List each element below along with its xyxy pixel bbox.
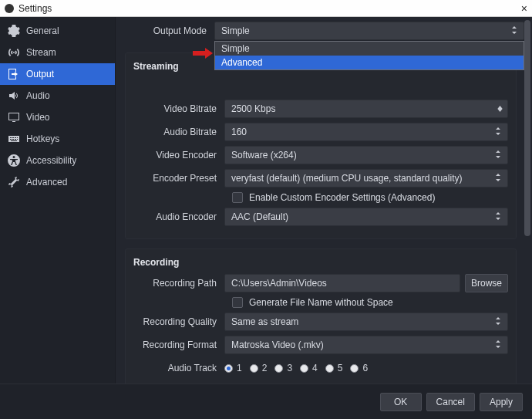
gen-filename-nospace-checkbox[interactable] — [232, 297, 243, 308]
audio-track-3-radio[interactable] — [274, 364, 283, 373]
scrollbar[interactable] — [524, 20, 530, 380]
audio-track-4-label: 4 — [312, 363, 318, 373]
chevron-updown-icon — [495, 150, 501, 161]
window-close-button[interactable]: × — [521, 3, 527, 14]
apply-button[interactable]: Apply — [480, 393, 523, 411]
audio-track-5-label: 5 — [338, 363, 343, 373]
sidebar: General Stream Output Audio Video Hotkey… — [0, 17, 116, 384]
window-title: Settings — [19, 3, 52, 14]
speaker-icon — [8, 90, 20, 102]
antenna-icon — [8, 46, 20, 59]
output-icon — [8, 68, 20, 80]
sidebar-item-accessibility[interactable]: Accessibility — [0, 150, 115, 171]
sidebar-item-label: Advanced — [26, 177, 67, 188]
video-encoder-select[interactable]: Software (x264) — [224, 146, 508, 164]
spinner-icon[interactable] — [497, 106, 503, 112]
audio-track-1-label: 1 — [237, 363, 242, 373]
recording-quality-value: Same as stream — [231, 316, 298, 327]
monitor-icon — [8, 111, 20, 123]
sidebar-item-label: General — [26, 25, 59, 36]
arrow-annotation-icon — [193, 48, 213, 59]
dialog-footer: OK Cancel Apply — [0, 384, 532, 419]
video-bitrate-label: Video Bitrate — [126, 103, 224, 114]
audio-track-3-label: 3 — [287, 363, 292, 373]
encoder-preset-value: veryfast (default) (medium CPU usage, st… — [231, 173, 462, 184]
audio-track-4-radio[interactable] — [300, 364, 308, 373]
sidebar-item-label: Audio — [26, 90, 50, 101]
recording-format-select[interactable]: Matroska Video (.mkv) — [224, 336, 508, 354]
keyboard-icon — [8, 133, 20, 145]
sidebar-item-general[interactable]: General — [0, 20, 115, 42]
audio-track-2-radio[interactable] — [250, 364, 258, 373]
video-bitrate-input[interactable]: 2500 Kbps — [224, 100, 508, 118]
app-icon — [5, 4, 14, 13]
sidebar-item-output[interactable]: Output — [0, 63, 115, 85]
output-mode-option-simple[interactable]: Simple — [215, 42, 524, 56]
video-encoder-value: Software (x264) — [231, 150, 297, 161]
accessibility-icon — [8, 154, 20, 167]
enable-custom-encoder-checkbox[interactable] — [232, 192, 243, 203]
content-area: Output Mode Simple Simple Advanced — [116, 17, 532, 384]
sidebar-item-label: Output — [26, 69, 54, 79]
recording-title: Recording — [126, 257, 508, 274]
audio-track-2-label: 2 — [262, 363, 268, 373]
tools-icon — [8, 176, 20, 188]
audio-track-1-radio[interactable] — [224, 364, 233, 373]
sidebar-item-audio[interactable]: Audio — [0, 85, 115, 106]
audio-encoder-label: Audio Encoder — [126, 211, 224, 222]
recording-format-label: Recording Format — [126, 340, 224, 350]
audio-track-6-label: 6 — [362, 363, 368, 373]
video-encoder-label: Video Encoder — [126, 150, 224, 161]
recording-path-input[interactable]: C:\Users\Admin\Videos — [224, 274, 460, 292]
chevron-updown-icon — [495, 316, 501, 327]
audio-bitrate-value: 160 — [231, 127, 247, 137]
audio-bitrate-label: Audio Bitrate — [126, 127, 224, 137]
recording-quality-label: Recording Quality — [126, 316, 224, 327]
browse-button[interactable]: Browse — [465, 274, 508, 292]
output-mode-value: Simple — [221, 25, 250, 36]
audio-encoder-value: AAC (Default) — [231, 211, 288, 222]
video-bitrate-value: 2500 Kbps — [231, 103, 275, 114]
gear-icon — [8, 25, 20, 37]
enable-custom-encoder-label: Enable Custom Encoder Settings (Advanced… — [249, 192, 435, 203]
chevron-updown-icon — [495, 173, 501, 184]
sidebar-item-label: Video — [26, 112, 49, 123]
audio-encoder-select[interactable]: AAC (Default) — [224, 208, 508, 226]
chevron-updown-icon — [511, 25, 517, 36]
output-mode-label: Output Mode — [116, 25, 214, 36]
chevron-updown-icon — [495, 211, 501, 222]
sidebar-item-label: Accessibility — [26, 155, 76, 166]
ok-button[interactable]: OK — [380, 393, 422, 411]
audio-track-group: 1 2 3 4 5 6 — [224, 363, 508, 373]
audio-track-6-radio[interactable] — [350, 364, 359, 373]
cancel-button[interactable]: Cancel — [426, 393, 475, 411]
gen-filename-nospace-label: Generate File Name without Space — [249, 297, 393, 308]
recording-path-value: C:\Users\Admin\Videos — [231, 278, 327, 289]
streaming-section: Streaming Video Bitrate 2500 Kbps — [125, 52, 517, 239]
recording-section: Recording Recording Path C:\Users\Admin\… — [125, 248, 517, 384]
audio-bitrate-select[interactable]: 160 — [224, 123, 508, 141]
sidebar-item-label: Hotkeys — [26, 133, 59, 144]
output-mode-dropdown[interactable]: Simple Advanced — [214, 41, 524, 70]
custom-muxer-label: Custom Muxer Settings — [126, 382, 224, 384]
output-mode-select[interactable]: Simple — [214, 22, 524, 40]
encoder-preset-label: Encoder Preset — [126, 173, 224, 184]
encoder-preset-select[interactable]: veryfast (default) (medium CPU usage, st… — [224, 169, 508, 188]
sidebar-item-video[interactable]: Video — [0, 106, 115, 128]
sidebar-item-stream[interactable]: Stream — [0, 42, 115, 63]
chevron-updown-icon — [495, 127, 501, 137]
recording-format-value: Matroska Video (.mkv) — [231, 340, 324, 350]
sidebar-item-hotkeys[interactable]: Hotkeys — [0, 128, 115, 150]
audio-track-label: Audio Track — [126, 363, 224, 373]
sidebar-item-label: Stream — [26, 47, 56, 58]
sidebar-item-advanced[interactable]: Advanced — [0, 171, 115, 193]
audio-track-5-radio[interactable] — [325, 364, 334, 373]
title-bar: Settings × — [0, 0, 532, 17]
recording-path-label: Recording Path — [126, 278, 224, 289]
recording-quality-select[interactable]: Same as stream — [224, 313, 508, 331]
output-mode-option-advanced[interactable]: Advanced — [215, 56, 524, 69]
chevron-updown-icon — [495, 340, 501, 350]
